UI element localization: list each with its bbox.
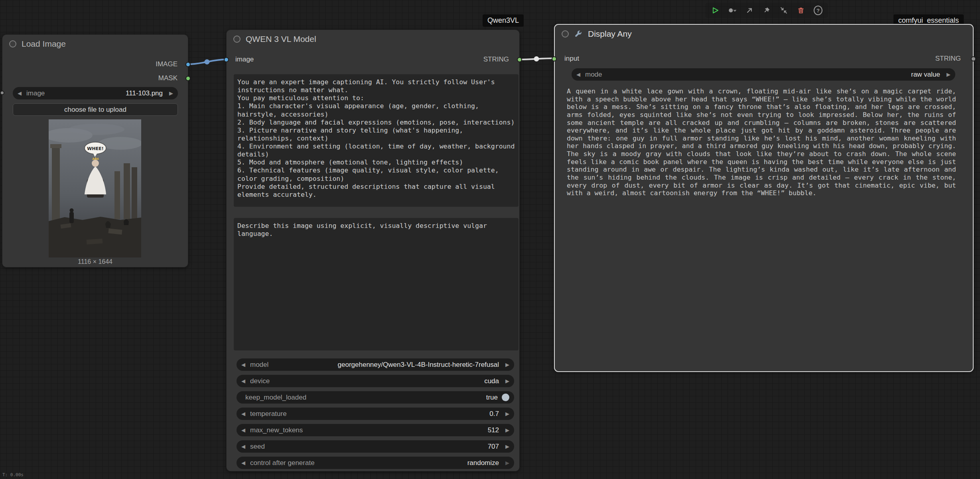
collapse-dot-icon[interactable] [562, 30, 569, 38]
device-widget[interactable]: ◀ device cuda ▶ [237, 375, 514, 387]
decrement-arrow-icon[interactable]: ◀ [241, 427, 248, 433]
input-port-image-widget[interactable] [0, 91, 4, 95]
preview-art: WHEE! [49, 119, 141, 257]
increment-arrow-icon[interactable]: ▶ [503, 443, 509, 449]
node-title: Display Any [588, 29, 632, 39]
input-label-image: image [235, 55, 254, 63]
choose-file-button[interactable]: choose file to upload [13, 103, 178, 116]
widget-value: 512 [488, 426, 499, 434]
seed-widget[interactable]: ◀ seed 707 ▶ [237, 440, 514, 453]
prev-arrow-icon[interactable]: ◀ [18, 90, 24, 96]
qwen-header[interactable]: QWEN 3 VL Model [227, 30, 519, 48]
image-preview[interactable]: WHEE! [49, 119, 141, 257]
node-title: Load Image [22, 39, 66, 49]
max-new-tokens-widget[interactable]: ◀ max_new_tokens 512 ▶ [237, 424, 514, 436]
help-glyph: ? [816, 8, 820, 14]
badge-qwen3vl: Qwen3VL [483, 14, 524, 27]
output-label-string: STRING [935, 55, 961, 63]
cursor-jump-icon[interactable] [745, 6, 754, 15]
widget-value: randomize [467, 459, 499, 467]
output-port-image[interactable] [185, 62, 191, 67]
wrench-icon [574, 30, 583, 38]
widget-label: seed [250, 443, 265, 451]
model-widget[interactable]: ◀ model georgehenney/Qwen3-VL-4B-Instruc… [237, 358, 514, 371]
widget-label: model [250, 361, 268, 369]
collapse-dot-icon[interactable] [9, 40, 16, 48]
output-port-string[interactable] [971, 56, 976, 61]
delete-button[interactable] [797, 6, 805, 15]
execution-timer: T: 0.00s [2, 472, 24, 477]
widget-value: 707 [488, 443, 499, 451]
image-dimensions-label: 1116 × 1644 [2, 258, 188, 265]
widget-label: max_new_tokens [250, 426, 303, 434]
prev-arrow-icon[interactable]: ◀ [241, 378, 248, 384]
input-port-any[interactable] [552, 56, 557, 61]
preview-bubble-text: WHEE! [87, 146, 103, 151]
mode-widget[interactable]: ◀ mode raw value ▶ [572, 68, 955, 81]
next-arrow-icon[interactable]: ▶ [503, 460, 509, 466]
widget-label: image [26, 89, 45, 97]
next-arrow-icon[interactable]: ▶ [167, 90, 173, 96]
image-filename-widget[interactable]: ◀ image 111-103.png ▶ [13, 87, 178, 99]
temperature-widget[interactable]: ◀ temperature 0.7 ▶ [237, 408, 514, 420]
collapse-dot-icon[interactable] [233, 36, 241, 43]
node-load-image[interactable]: Load Image IMAGE MASK ◀ image 111-103.pn… [2, 34, 188, 267]
run-button[interactable] [711, 6, 720, 15]
decrement-arrow-icon[interactable]: ◀ [241, 411, 248, 417]
display-any-header[interactable]: Display Any [555, 25, 973, 43]
widget-value: 111-103.png [126, 89, 163, 97]
widget-value: 0.7 [489, 410, 499, 418]
input-port-image[interactable] [224, 57, 229, 62]
link-string-midpoint[interactable] [534, 56, 539, 61]
prev-arrow-icon[interactable]: ◀ [241, 362, 248, 368]
increment-arrow-icon[interactable]: ▶ [503, 427, 509, 433]
queue-options-button[interactable] [728, 6, 737, 15]
help-button[interactable]: ? [814, 6, 822, 15]
increment-arrow-icon[interactable]: ▶ [503, 411, 509, 417]
widget-label: device [250, 377, 270, 385]
node-title: QWEN 3 VL Model [246, 34, 316, 44]
node-display-any[interactable]: Display Any input STRING ◀ mode raw valu… [554, 24, 974, 372]
widget-label: mode [585, 71, 602, 79]
output-port-string[interactable] [517, 57, 522, 62]
node-qwen3vl-model[interactable]: QWEN 3 VL Model image STRING You are an … [226, 30, 520, 471]
pin-icon[interactable] [762, 6, 771, 15]
keep-model-loaded-toggle[interactable]: keep_model_loaded true [237, 391, 514, 404]
output-label-string: STRING [483, 55, 509, 63]
output-label-image: IMAGE [156, 60, 177, 68]
output-label-mask: MASK [158, 74, 177, 82]
decrement-arrow-icon[interactable]: ◀ [241, 443, 248, 449]
widget-value: cuda [484, 377, 499, 385]
next-arrow-icon[interactable]: ▶ [503, 362, 509, 368]
next-arrow-icon[interactable]: ▶ [503, 378, 509, 384]
system-prompt-textarea[interactable]: You are an expert image captioning AI. Y… [234, 74, 519, 207]
toggle-knob-icon[interactable] [502, 394, 509, 401]
widget-label: keep_model_loaded [245, 394, 306, 402]
input-label: input [564, 55, 579, 63]
next-arrow-icon[interactable]: ▶ [944, 71, 950, 77]
output-port-mask[interactable] [185, 76, 191, 81]
canvas-toolbar: ? [705, 3, 828, 18]
widget-value: georgehenney/Qwen3-VL-4B-Instruct-hereti… [338, 361, 499, 369]
widget-label: temperature [250, 410, 287, 418]
load-image-header[interactable]: Load Image [2, 35, 188, 53]
collapse-fit-icon[interactable] [779, 6, 788, 15]
widget-value: raw value [911, 71, 940, 79]
prev-arrow-icon[interactable]: ◀ [241, 460, 248, 466]
control-after-generate-widget[interactable]: ◀ control after generate randomize ▶ [237, 457, 514, 469]
widget-label: control after generate [250, 459, 315, 467]
prev-arrow-icon[interactable]: ◀ [576, 71, 583, 77]
display-output-text[interactable]: A queen in a white lace gown with a crow… [567, 87, 956, 197]
user-prompt-textarea[interactable]: Describe this image using explicit, visu… [234, 218, 519, 350]
widget-value: true [486, 394, 498, 402]
link-image-midpoint[interactable] [205, 59, 210, 65]
